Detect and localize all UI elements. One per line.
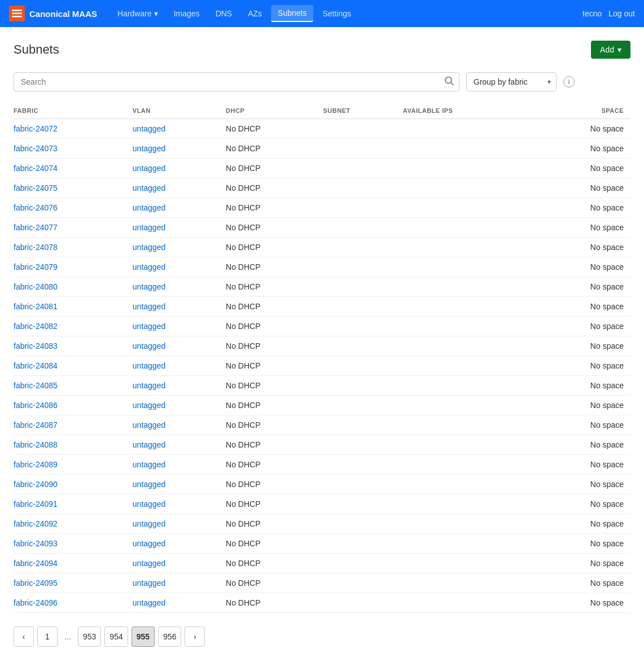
chevron-down-icon: ▾ [154,9,158,18]
fabric-link[interactable]: fabric-24086 [14,401,58,410]
fabric-link[interactable]: fabric-24083 [14,341,58,350]
vlan-link[interactable]: untagged [133,381,165,390]
table-row: fabric-24081 untagged No DHCP No space [14,297,630,317]
fabric-link[interactable]: fabric-24096 [14,598,58,607]
fabric-link[interactable]: fabric-24079 [14,262,58,271]
cell-fabric: fabric-24076 [14,198,133,218]
nav-right: tecno Log out [582,9,635,18]
fabric-link[interactable]: fabric-24084 [14,361,58,370]
vlan-link[interactable]: untagged [133,598,165,607]
chevron-down-icon: ▾ [617,45,621,54]
cell-subnet [323,494,402,514]
fabric-link[interactable]: fabric-24072 [14,124,58,133]
cell-available-ips [403,554,536,573]
fabric-link[interactable]: fabric-24089 [14,460,58,469]
vlan-link[interactable]: untagged [133,460,165,469]
cell-subnet [323,277,402,297]
cell-fabric: fabric-24094 [14,554,133,573]
vlan-link[interactable]: untagged [133,341,165,350]
cell-dhcp: No DHCP [226,159,323,178]
cell-subnet [323,554,402,573]
group-by-select[interactable]: Group by fabric No grouping [466,72,557,91]
logout-link[interactable]: Log out [608,9,635,18]
fabric-link[interactable]: fabric-24073 [14,144,58,153]
nav-images[interactable]: Images [167,6,207,21]
cell-subnet [323,514,402,534]
search-input[interactable] [14,72,459,91]
nav-dns[interactable]: DNS [209,6,239,21]
vlan-link[interactable]: untagged [133,302,165,311]
pagination-page-1[interactable]: 1 [37,626,58,647]
nav-azs[interactable]: AZs [241,6,269,21]
vlan-link[interactable]: untagged [133,579,165,588]
cell-dhcp: No DHCP [226,376,323,396]
cell-space: No space [536,317,630,336]
vlan-link[interactable]: untagged [133,420,165,430]
fabric-link[interactable]: fabric-24092 [14,519,58,528]
cell-subnet [323,198,402,218]
vlan-link[interactable]: untagged [133,243,165,252]
vlan-link[interactable]: untagged [133,164,165,173]
fabric-link[interactable]: fabric-24075 [14,183,58,192]
fabric-link[interactable]: fabric-24088 [14,440,58,449]
pagination-prev[interactable]: ‹ [14,626,34,647]
cell-available-ips [403,475,536,494]
vlan-link[interactable]: untagged [133,480,165,489]
vlan-link[interactable]: untagged [133,223,165,232]
fabric-link[interactable]: fabric-24074 [14,164,58,173]
table-row: fabric-24083 untagged No DHCP No space [14,336,630,356]
cell-subnet [323,376,402,396]
vlan-link[interactable]: untagged [133,144,165,153]
fabric-link[interactable]: fabric-24080 [14,282,58,291]
fabric-link[interactable]: fabric-24093 [14,539,58,548]
fabric-link[interactable]: fabric-24095 [14,579,58,588]
cell-subnet [323,455,402,475]
fabric-link[interactable]: fabric-24087 [14,420,58,430]
vlan-link[interactable]: untagged [133,183,165,192]
cell-fabric: fabric-24081 [14,297,133,317]
vlan-link[interactable]: untagged [133,519,165,528]
fabric-link[interactable]: fabric-24081 [14,302,58,311]
vlan-link[interactable]: untagged [133,559,165,568]
vlan-link[interactable]: untagged [133,322,165,331]
pagination-page-953[interactable]: 953 [78,626,101,647]
fabric-link[interactable]: fabric-24078 [14,243,58,252]
nav-subnets[interactable]: Subnets [271,5,313,22]
vlan-link[interactable]: untagged [133,499,165,509]
pagination-page-954[interactable]: 954 [104,626,128,647]
cell-dhcp: No DHCP [226,554,323,573]
fabric-link[interactable]: fabric-24091 [14,499,58,509]
vlan-link[interactable]: untagged [133,282,165,291]
current-user: tecno [582,9,602,18]
vlan-link[interactable]: untagged [133,262,165,271]
nav-hardware[interactable]: Hardware ▾ [111,6,165,21]
vlan-link[interactable]: untagged [133,440,165,449]
vlan-link[interactable]: untagged [133,539,165,548]
cell-subnet [323,178,402,198]
add-button[interactable]: Add ▾ [591,41,630,59]
cell-fabric: fabric-24079 [14,257,133,277]
vlan-link[interactable]: untagged [133,361,165,370]
cell-available-ips [403,376,536,396]
pagination-page-956[interactable]: 956 [158,626,181,647]
table-row: fabric-24075 untagged No DHCP No space [14,178,630,198]
vlan-link[interactable]: untagged [133,124,165,133]
nav-settings[interactable]: Settings [316,6,358,21]
fabric-link[interactable]: fabric-24090 [14,480,58,489]
fabric-link[interactable]: fabric-24082 [14,322,58,331]
page-content: Subnets Add ▾ Group by fabric No groupin… [0,27,644,653]
pagination-next[interactable]: › [185,626,205,647]
fabric-link[interactable]: fabric-24094 [14,559,58,568]
cell-space: No space [536,494,630,514]
vlan-link[interactable]: untagged [133,401,165,410]
table-row: fabric-24084 untagged No DHCP No space [14,356,630,376]
cell-subnet [323,257,402,277]
fabric-link[interactable]: fabric-24085 [14,381,58,390]
vlan-link[interactable]: untagged [133,203,165,212]
col-dhcp: DHCP [226,103,323,119]
pagination-page-955[interactable]: 955 [132,626,155,647]
cell-dhcp: No DHCP [226,573,323,593]
fabric-link[interactable]: fabric-24077 [14,223,58,232]
info-icon[interactable]: i [563,76,575,87]
fabric-link[interactable]: fabric-24076 [14,203,58,212]
